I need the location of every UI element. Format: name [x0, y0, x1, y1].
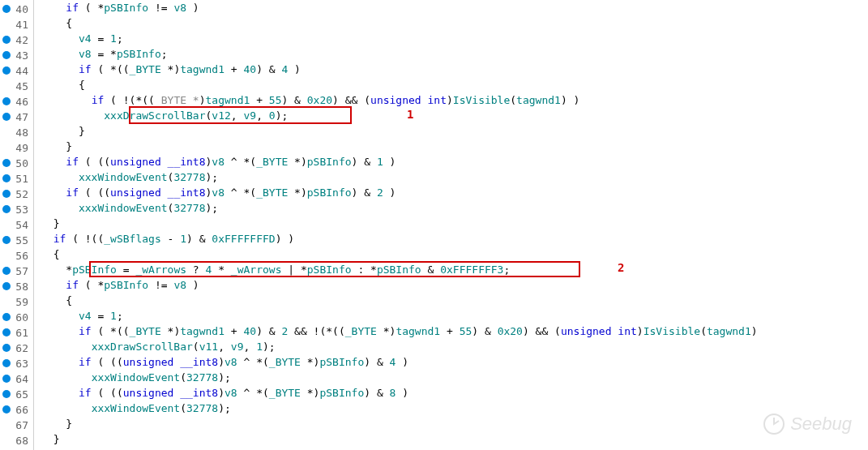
code-line[interactable]: if ( *((_BYTE *)tagwnd1 + 40) & 4 ) — [41, 63, 868, 79]
code-line[interactable]: if ( *pSBInfo != v8 ) — [41, 279, 868, 294]
code-line[interactable]: } — [41, 418, 868, 433]
breakpoint-icon[interactable] — [2, 190, 11, 198]
breakpoint-icon[interactable] — [2, 97, 11, 105]
line-number: 68 — [15, 435, 28, 447]
token-op: - — [161, 233, 180, 245]
token-op: ( !(*(( — [104, 94, 155, 106]
token-id-type: tagwnd1 — [180, 325, 224, 337]
token-num: 1 — [377, 156, 383, 168]
code-line[interactable]: xxxWindowEvent(32778); — [41, 402, 868, 418]
annotation-1: 1 — [407, 108, 413, 121]
line-number: 44 — [15, 65, 28, 77]
code-line[interactable]: if ( ((unsigned __int8)v8 ^ *(_BYTE *)pS… — [41, 156, 868, 171]
code-line[interactable]: xxxWindowEvent(32778); — [41, 171, 868, 186]
line-number: 65 — [15, 388, 28, 401]
gutter-line[interactable]: 42 — [0, 32, 33, 48]
gutter-line[interactable]: 52 — [0, 186, 33, 202]
breakpoint-icon[interactable] — [2, 359, 11, 367]
breakpoint-icon[interactable] — [2, 313, 11, 321]
gutter-line[interactable]: 46 — [0, 94, 33, 109]
gutter-line[interactable]: 68 — [0, 433, 33, 448]
code-line[interactable]: if ( *((_BYTE *)tagwnd1 + 40) & 2 && !(*… — [41, 325, 868, 341]
gutter-line[interactable]: 48 — [0, 125, 33, 140]
gutter-line[interactable]: 61 — [0, 325, 33, 341]
gutter-line[interactable]: 67 — [0, 418, 33, 433]
code-line[interactable]: } — [41, 125, 868, 140]
breakpoint-icon[interactable] — [2, 328, 11, 336]
breakpoint-icon[interactable] — [2, 267, 11, 275]
token-id-type: xxxDrawScrollBar — [104, 109, 205, 122]
watermark: Seebug — [763, 413, 852, 435]
token-op: + — [250, 94, 268, 106]
breakpoint-icon[interactable] — [2, 159, 11, 167]
breakpoint-icon[interactable] — [2, 5, 11, 13]
line-number: 52 — [15, 188, 28, 200]
token-op: & — [421, 264, 440, 276]
code-line[interactable]: if ( *pSBInfo != v8 ) — [41, 2, 868, 17]
breakpoint-icon[interactable] — [2, 390, 11, 398]
token-op: + — [440, 325, 459, 337]
gutter-line[interactable]: 64 — [0, 371, 33, 387]
breakpoint-icon[interactable] — [2, 405, 11, 414]
gutter-line[interactable]: 51 — [0, 171, 33, 186]
gutter-line[interactable]: 47 — [0, 109, 33, 125]
code-line[interactable]: { — [41, 248, 868, 264]
code-line[interactable]: xxxWindowEvent(32778); — [41, 202, 868, 217]
gutter-line[interactable]: 66 — [0, 402, 33, 418]
gutter: 4041424344454647484950515253545556575859… — [0, 0, 34, 450]
gutter-line[interactable]: 60 — [0, 310, 33, 325]
breakpoint-icon[interactable] — [2, 236, 11, 244]
gutter-line[interactable]: 53 — [0, 202, 33, 217]
code-line[interactable]: xxxWindowEvent(32778); — [41, 371, 868, 387]
code-line[interactable]: xxxDrawScrollBar(v11, v9, 1); — [41, 341, 868, 356]
gutter-line[interactable]: 56 — [0, 248, 33, 264]
gutter-line[interactable]: 59 — [0, 294, 33, 310]
code-line[interactable]: } — [41, 217, 868, 233]
gutter-line[interactable]: 43 — [0, 48, 33, 63]
gutter-line[interactable]: 62 — [0, 341, 33, 356]
gutter-line[interactable]: 44 — [0, 63, 33, 79]
code-area[interactable]: 1 2 if ( *pSBInfo != v8 ) { v4 = 1; v8 =… — [34, 0, 868, 450]
code-line[interactable]: { — [41, 79, 868, 94]
gutter-line[interactable]: 65 — [0, 387, 33, 402]
token-op: != — [148, 2, 173, 14]
breakpoint-icon[interactable] — [2, 51, 11, 59]
code-line[interactable]: v4 = 1; — [41, 32, 868, 48]
code-line[interactable]: xxxDrawScrollBar(v12, v9, 0); — [41, 109, 868, 125]
breakpoint-icon[interactable] — [2, 174, 11, 182]
gutter-line[interactable]: 57 — [0, 264, 33, 279]
gutter-line[interactable]: 58 — [0, 279, 33, 294]
code-line[interactable]: { — [41, 17, 868, 32]
code-line[interactable]: if ( !(*(( BYTE *)tagwnd1 + 55) & 0x20) … — [41, 94, 868, 109]
code-line[interactable]: *pSBInfo = _wArrows ? 4 * _wArrows | *pS… — [41, 264, 868, 279]
token-op: ) — [396, 356, 408, 368]
code-line[interactable]: v8 = *pSBInfo; — [41, 48, 868, 63]
gutter-line[interactable]: 41 — [0, 17, 33, 32]
code-line[interactable]: if ( !((_wSBflags - 1) & 0xFFFFFFFD) ) — [41, 233, 868, 248]
token-op: | * — [281, 264, 306, 276]
breakpoint-icon[interactable] — [2, 205, 11, 213]
gutter-line[interactable]: 40 — [0, 2, 33, 17]
gutter-line[interactable]: 49 — [0, 140, 33, 156]
breakpoint-icon[interactable] — [2, 113, 11, 121]
code-line[interactable]: v4 = 1; — [41, 310, 868, 325]
gutter-line[interactable]: 54 — [0, 217, 33, 233]
gutter-line[interactable]: 55 — [0, 233, 33, 248]
code-editor: 4041424344454647484950515253545556575859… — [0, 0, 868, 450]
token-id-type: tagwnd1 — [180, 63, 224, 75]
gutter-line[interactable]: 45 — [0, 79, 33, 94]
breakpoint-icon[interactable] — [2, 375, 11, 383]
code-line[interactable]: if ( ((unsigned __int8)v8 ^ *(_BYTE *)pS… — [41, 387, 868, 402]
breakpoint-icon[interactable] — [2, 282, 11, 290]
code-line[interactable]: if ( ((unsigned __int8)v8 ^ *(_BYTE *)pS… — [41, 186, 868, 202]
code-line[interactable]: } — [41, 140, 868, 156]
breakpoint-icon[interactable] — [2, 36, 11, 44]
breakpoint-icon[interactable] — [2, 66, 11, 75]
code-line[interactable]: if ( ((unsigned __int8)v8 ^ *(_BYTE *)pS… — [41, 356, 868, 371]
gutter-line[interactable]: 50 — [0, 156, 33, 171]
breakpoint-icon[interactable] — [2, 344, 11, 352]
code-line[interactable]: } — [41, 433, 868, 448]
token-kw: if — [92, 94, 105, 106]
gutter-line[interactable]: 63 — [0, 356, 33, 371]
code-line[interactable]: { — [41, 294, 868, 310]
